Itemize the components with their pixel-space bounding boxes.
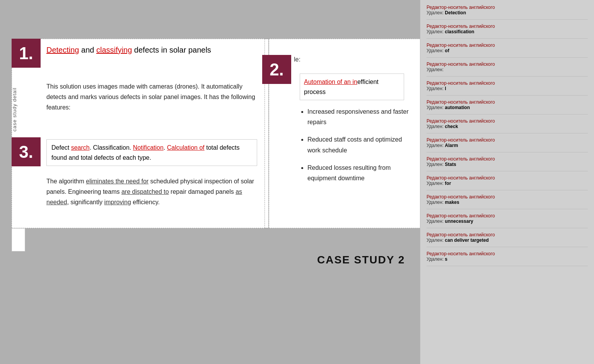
sidebar-item: Редактор-носитель английскогоУдален: cla… <box>427 24 588 39</box>
sidebar-item: Редактор-носитель английскогоУдален: s <box>427 251 588 266</box>
bottom-white-box <box>12 228 25 251</box>
sidebar-item: Редактор-носитель английскогоУдален: Sta… <box>427 156 588 171</box>
sidebar-deleted-text: Удален: makes <box>427 200 588 205</box>
sidebar-deleted-text: Удален: s <box>427 256 588 262</box>
sidebar-editor-name: Редактор-носитель английского <box>427 232 588 238</box>
suffix-text: defects in solar panels <box>134 46 211 54</box>
sidebar-item: Редактор-носитель английскогоУдален: aut… <box>427 99 588 114</box>
sidebar-item: Редактор-носитель английскогоУдален: mak… <box>427 194 588 209</box>
sidebar-deleted-text: Удален: Alarm <box>427 143 588 148</box>
left-body-text: This solution uses images made with came… <box>46 81 263 113</box>
sidebar-editor-name: Редактор-носитель английского <box>427 80 588 86</box>
sidebar-deleted-text: Удален: can deliver targeted <box>427 238 588 243</box>
bullet-2: Reduced staff costs and optimized work s… <box>307 134 416 155</box>
sidebar-editor-name: Редактор-носитель английского <box>427 137 588 143</box>
algo-suffix: efficiency. <box>131 199 160 205</box>
detecting-text: Detecting <box>46 46 79 54</box>
sidebar-editor-name: Редактор-носитель английского <box>427 43 588 48</box>
sidebar-editor-name: Редактор-носитель английского <box>427 251 588 256</box>
sidebar-editor-name: Редактор-носитель английского <box>427 118 588 124</box>
automation-link: Automation of an in <box>304 79 357 85</box>
sidebar-editor-name: Редактор-носитель английского <box>427 5 588 10</box>
left-title: Detecting and classifying defects in sol… <box>46 46 211 55</box>
sidebar-deleted-text: Удален: Stats <box>427 162 588 167</box>
sidebar-item: Редактор-носитель английскогоУдален: <box>427 62 588 77</box>
defect-prefix: Defect <box>51 144 71 151</box>
and-text: and <box>81 46 96 54</box>
sidebar-item: Редактор-носитель английскогоУдален: unn… <box>427 213 588 228</box>
sidebar-deleted-text: Удален: classification <box>427 29 588 34</box>
sidebar-editor-name: Редактор-носитель английского <box>427 24 588 29</box>
defect-mid1: . Classification. <box>90 144 133 151</box>
sidebar-item: Редактор-носитель английскогоУдален: Det… <box>427 5 588 20</box>
badge-3-label: 3. <box>19 142 33 162</box>
sidebar-deleted-text: Удален: <box>427 67 588 72</box>
sidebar-editor-name: Редактор-носитель английского <box>427 62 588 67</box>
dispatched-link: are dispatched to <box>121 188 169 195</box>
sidebar-editor-name: Редактор-носитель английского <box>427 175 588 181</box>
bullet-1: Increased responsiveness and faster repa… <box>307 106 416 127</box>
sidebar-deleted-text: Удален: of <box>427 48 588 53</box>
bullet-3: Reduced losses resulting from equipment … <box>307 162 416 183</box>
sidebar-deleted-text: Удален: check <box>427 124 588 129</box>
defect-search-link: search <box>71 144 90 151</box>
sidebar-deleted-text: Удален: unnecessary <box>427 219 588 224</box>
sidebar-deleted-text: Удален: l <box>427 86 588 91</box>
badge-1-label: 1. <box>19 44 33 63</box>
algo-mid2: repair damaged panels <box>169 188 236 195</box>
defect-box: Defect search. Classification. Notificat… <box>46 139 257 166</box>
sidebar-item: Редактор-носитель английскогоУдален: Ala… <box>427 137 588 152</box>
sidebar-deleted-text: Удален: for <box>427 181 588 186</box>
sidebar-item: Редактор-носитель английскогоУдален: can… <box>427 232 588 247</box>
sidebar-item: Редактор-носитель английскогоУдален: for <box>427 175 588 190</box>
notification-link: Notification <box>133 144 164 151</box>
badge-1: 1. <box>12 39 41 68</box>
sidebar-editor-name: Редактор-носитель английского <box>427 99 588 105</box>
badge-3: 3. <box>12 137 41 166</box>
badge-2: 2. <box>262 55 291 84</box>
sidebar-panel: Редактор-носитель английскогоУдален: Det… <box>420 0 594 364</box>
sidebar-editor-name: Редактор-носитель английского <box>427 194 588 200</box>
algo-prefix: The algorithm <box>46 178 86 185</box>
case-study-label: CASE STUDY 2 <box>317 254 405 266</box>
body1-text: This solution uses images made with came… <box>46 83 255 111</box>
sidebar-item: Редактор-носитель английскогоУдален: of <box>427 43 588 58</box>
sidebar-deleted-text: Удален: automation <box>427 105 588 110</box>
sidebar-editor-name: Редактор-носитель английского <box>427 213 588 219</box>
improving-link: improving <box>104 199 131 205</box>
classifying-text: classifying <box>96 46 132 54</box>
right-panel-label: le: <box>294 56 300 63</box>
badge-2-label: 2. <box>270 60 284 79</box>
eliminates-link: eliminates the need for <box>86 178 148 185</box>
defect-mid2: . <box>164 144 167 151</box>
automation-box: Automation of an inefficient process <box>300 73 404 100</box>
sidebar-editor-name: Редактор-носитель английского <box>427 156 588 162</box>
bullet-list: Increased responsiveness and faster repa… <box>300 106 416 190</box>
algorithm-text: The algorithm eliminates the need for sc… <box>46 176 263 208</box>
sidebar-item: Редактор-носитель английскогоУдален: che… <box>427 118 588 133</box>
sidebar-item: Редактор-носитель английскогоУдален: l <box>427 80 588 96</box>
calc-link: Calculation of <box>167 144 205 151</box>
sidebar-deleted-text: Удален: Detection <box>427 10 588 15</box>
algo-mid3: , significantly <box>67 199 104 205</box>
